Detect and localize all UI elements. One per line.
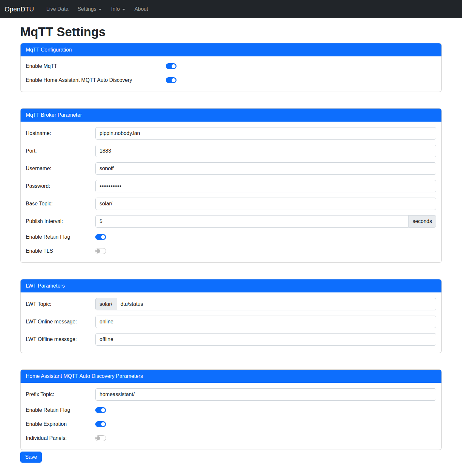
publish-interval-unit: seconds <box>408 215 436 228</box>
toggle-knob <box>172 64 176 68</box>
navbar-brand[interactable]: OpenDTU <box>5 6 34 13</box>
enable-mqtt-label: Enable MqTT <box>26 63 166 69</box>
enable-mqtt-toggle[interactable] <box>166 63 177 69</box>
username-label: Username: <box>26 166 95 171</box>
enable-hass-discovery-toggle[interactable] <box>166 77 177 83</box>
row-enable-mqtt: Enable MqTT <box>26 62 436 70</box>
publish-interval-group: seconds <box>95 215 436 228</box>
lwt-topic-group: solar/ <box>95 298 436 310</box>
card-mqtt-broker-parameter-header: MqTT Broker Parameter <box>21 109 441 122</box>
lwt-topic-prefix: solar/ <box>95 298 116 310</box>
row-prefix-topic: Prefix Topic: <box>26 388 436 401</box>
row-hass-retain: Enable Retain Flag <box>26 406 436 414</box>
row-individual-panels: Individual Panels: <box>26 434 436 442</box>
nav-item-info-label: Info <box>111 6 120 12</box>
card-lwt-parameters-header: LWT Parameters <box>21 279 441 292</box>
username-input[interactable] <box>95 162 436 175</box>
page-container: MqTT Settings MqTT Configuration Enable … <box>20 25 442 463</box>
broker-retain-label: Enable Retain Flag <box>26 234 95 240</box>
lwt-online-label: LWT Online message: <box>26 319 95 325</box>
broker-retain-toggle[interactable] <box>95 234 106 240</box>
toggle-knob <box>96 249 100 253</box>
nav-item-about-label: About <box>134 6 148 12</box>
page-title: MqTT Settings <box>20 25 442 39</box>
nav-item-about[interactable]: About <box>130 4 153 15</box>
toggle-knob <box>96 436 100 440</box>
card-mqtt-configuration-header: MqTT Configuration <box>21 43 441 56</box>
base-topic-label: Base Topic: <box>26 201 95 207</box>
card-lwt-parameters: LWT Parameters LWT Topic: solar/ LWT Onl… <box>20 279 442 353</box>
row-lwt-topic: LWT Topic: solar/ <box>26 298 436 310</box>
nav-item-settings-label: Settings <box>78 6 97 12</box>
password-label: Password: <box>26 183 95 189</box>
lwt-topic-input[interactable] <box>116 298 436 310</box>
password-input[interactable] <box>95 180 436 192</box>
enable-hass-discovery-label: Enable Home Assistant MQTT Auto Discover… <box>26 77 166 83</box>
hostname-label: Hostname: <box>26 130 95 136</box>
toggle-knob <box>101 408 105 412</box>
row-base-topic: Base Topic: <box>26 198 436 210</box>
card-hass-discovery-parameters-header: Home Assistant MQTT Auto Discovery Param… <box>21 370 441 383</box>
row-port: Port: <box>26 145 436 157</box>
nav-item-live-data-label: Live Data <box>46 6 69 12</box>
lwt-offline-input[interactable] <box>95 333 436 346</box>
row-username: Username: <box>26 162 436 175</box>
navbar: OpenDTU Live Data Settings Info About <box>0 0 462 18</box>
enable-expiration-label: Enable Expiration <box>26 421 95 427</box>
publish-interval-input[interactable] <box>95 215 408 228</box>
publish-interval-label: Publish Interval: <box>26 218 95 224</box>
port-input[interactable] <box>95 145 436 157</box>
nav-item-info[interactable]: Info <box>106 4 130 15</box>
toggle-knob <box>101 422 105 426</box>
row-broker-retain: Enable Retain Flag <box>26 233 436 241</box>
toggle-knob <box>172 78 176 82</box>
individual-panels-label: Individual Panels: <box>26 435 95 441</box>
row-lwt-offline: LWT Offline message: <box>26 333 436 346</box>
save-button[interactable]: Save <box>20 452 42 463</box>
row-publish-interval: Publish Interval: seconds <box>26 215 436 228</box>
card-mqtt-configuration: MqTT Configuration Enable MqTT Enable Ho… <box>20 43 442 92</box>
card-hass-discovery-parameters: Home Assistant MQTT Auto Discovery Param… <box>20 369 442 450</box>
row-hostname: Hostname: <box>26 127 436 140</box>
base-topic-input[interactable] <box>95 198 436 210</box>
prefix-topic-label: Prefix Topic: <box>26 392 95 397</box>
nav-item-live-data[interactable]: Live Data <box>42 4 73 15</box>
port-label: Port: <box>26 148 95 154</box>
enable-expiration-toggle[interactable] <box>95 421 106 427</box>
enable-tls-toggle[interactable] <box>95 248 106 254</box>
lwt-topic-label: LWT Topic: <box>26 301 95 307</box>
hostname-input[interactable] <box>95 127 436 140</box>
chevron-down-icon <box>122 9 125 10</box>
prefix-topic-input[interactable] <box>95 388 436 401</box>
row-password: Password: <box>26 180 436 192</box>
toggle-knob <box>101 235 105 239</box>
row-lwt-online: LWT Online message: <box>26 316 436 328</box>
nav-item-settings[interactable]: Settings <box>73 4 107 15</box>
row-enable-expiration: Enable Expiration <box>26 420 436 428</box>
lwt-online-input[interactable] <box>95 316 436 328</box>
row-enable-hass-discovery: Enable Home Assistant MQTT Auto Discover… <box>26 76 436 84</box>
hass-retain-toggle[interactable] <box>95 407 106 413</box>
individual-panels-toggle[interactable] <box>95 435 106 441</box>
card-mqtt-broker-parameter: MqTT Broker Parameter Hostname: Port: Us… <box>20 108 442 263</box>
chevron-down-icon <box>99 9 102 10</box>
row-enable-tls: Enable TLS <box>26 247 436 255</box>
enable-tls-label: Enable TLS <box>26 248 95 254</box>
lwt-offline-label: LWT Offline message: <box>26 336 95 342</box>
hass-retain-label: Enable Retain Flag <box>26 407 95 413</box>
